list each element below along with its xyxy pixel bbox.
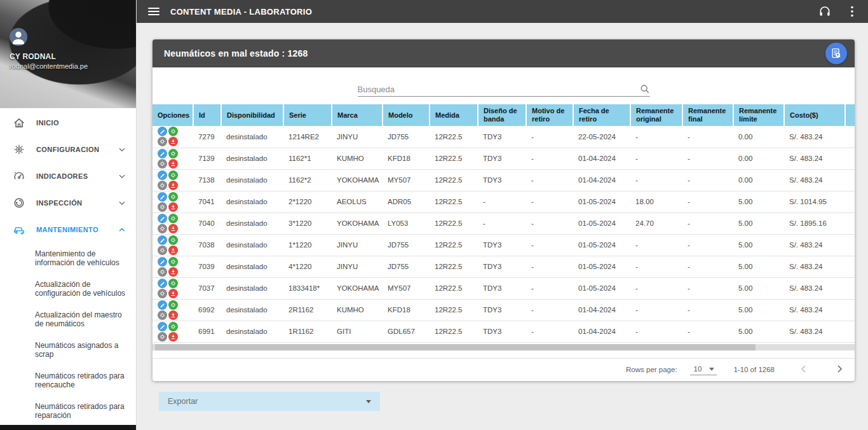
edit-button[interactable] xyxy=(158,127,167,136)
settings-green-button[interactable] xyxy=(168,214,178,223)
cell-serie: 4*1220 xyxy=(283,256,332,277)
settings-gray-button[interactable] xyxy=(158,181,167,190)
settings-green-button[interactable] xyxy=(168,235,178,245)
search-input[interactable] xyxy=(358,85,640,94)
settings-green-button[interactable] xyxy=(168,300,178,310)
cell-remanente_original: - xyxy=(630,169,682,191)
sidebar: CY RODNAL rodnal@contentmedia.pe INICIO … xyxy=(0,0,137,430)
sidebar-subitem-4[interactable]: Neumáticos retirados para reencauche xyxy=(0,365,136,396)
hamburger-menu-icon[interactable] xyxy=(148,8,159,15)
sidebar-item-inspeccion[interactable]: INSPECCIÓN xyxy=(0,190,136,216)
column-header: Fecha de retiro xyxy=(573,104,630,126)
download-icon xyxy=(170,226,176,232)
table-row: 7139desinstalado1162*1KUMHOKFD1812R22.5T… xyxy=(153,148,855,169)
pencil-icon xyxy=(159,194,165,200)
avatar[interactable] xyxy=(10,28,27,46)
settings-green-button[interactable] xyxy=(168,127,178,136)
headphones-icon[interactable] xyxy=(818,5,831,18)
panel-neumaticos: Neumáticos en mal estado : 1268 Opciones… xyxy=(153,39,855,381)
settings-green-button[interactable] xyxy=(168,322,178,331)
download-button[interactable] xyxy=(168,246,178,255)
gauge-icon xyxy=(13,170,25,183)
sidebar-item-configuracion[interactable]: CONFIGURACION xyxy=(0,136,136,163)
edit-button[interactable] xyxy=(158,322,167,331)
pencil-icon xyxy=(159,324,165,329)
edit-button[interactable] xyxy=(158,279,167,288)
edit-button[interactable] xyxy=(158,300,167,310)
settings-gray-button[interactable] xyxy=(158,224,167,233)
download-button[interactable] xyxy=(168,202,178,212)
sidebar-item-mantenimiento[interactable]: MANTENIMIENTO xyxy=(0,216,136,243)
cell-serie: 3*1220 xyxy=(283,212,332,234)
next-page-button[interactable] xyxy=(833,363,846,376)
cell-fecha_retiro: 01-05-2024 xyxy=(573,256,630,277)
settings-gray-button[interactable] xyxy=(158,137,167,146)
export-dropdown[interactable]: Exportar xyxy=(159,392,380,411)
cell-filler xyxy=(845,234,855,256)
settings-gray-button[interactable] xyxy=(158,267,167,277)
download-icon xyxy=(170,183,176,188)
sidebar-subitem-1[interactable]: Actualización de configuración de vehícu… xyxy=(0,274,136,304)
settings-gray-button[interactable] xyxy=(158,289,167,298)
settings-green-button[interactable] xyxy=(168,279,178,288)
sidebar-subitem-0[interactable]: Mantenimiento de información de vehículo… xyxy=(0,243,136,274)
pencil-icon xyxy=(159,302,165,308)
edit-button[interactable] xyxy=(158,214,167,223)
download-button[interactable] xyxy=(168,310,178,320)
edit-button[interactable] xyxy=(158,235,167,245)
chevron-right-icon xyxy=(834,363,845,375)
settings-gray-button[interactable] xyxy=(158,246,167,255)
gear-icon xyxy=(170,194,176,200)
download-button[interactable] xyxy=(168,267,178,277)
scrollbar-thumb[interactable] xyxy=(155,344,756,350)
kebab-menu-icon[interactable] xyxy=(848,5,857,18)
download-button[interactable] xyxy=(168,137,178,146)
row-options xyxy=(153,191,193,212)
column-header: Medida xyxy=(430,104,478,126)
cell-remanente_original: 18.00 xyxy=(630,191,682,212)
settings-gray-button[interactable] xyxy=(158,310,167,320)
document-search-button[interactable] xyxy=(825,43,847,64)
download-button[interactable] xyxy=(168,332,178,342)
gear-icon xyxy=(170,172,176,178)
settings-gray-button[interactable] xyxy=(158,202,167,212)
sidebar-subitem-2[interactable]: Actualización del maestro de neumáticos xyxy=(0,304,136,335)
edit-button[interactable] xyxy=(158,170,167,180)
sidebar-subitem-5[interactable]: Neumáticos retirados para reparación xyxy=(0,396,136,426)
edit-button[interactable] xyxy=(158,149,167,158)
download-button[interactable] xyxy=(168,224,178,233)
table-row: 7039desinstalado4*1220JINYUJD75512R22.5T… xyxy=(153,256,855,277)
search-row xyxy=(153,67,855,104)
cell-serie: 1R1162 xyxy=(283,321,332,342)
sidebar-bottom-strip xyxy=(0,425,136,430)
previous-page-button[interactable] xyxy=(797,363,810,376)
edit-button[interactable] xyxy=(158,257,167,267)
download-button[interactable] xyxy=(168,289,178,298)
cell-marca: YOKOHAMA xyxy=(332,277,383,299)
column-header: Remanente límite xyxy=(733,104,784,126)
cell-fecha_retiro: 01-05-2024 xyxy=(573,212,630,234)
chevron-down-icon xyxy=(117,144,127,155)
settings-green-button[interactable] xyxy=(168,257,178,267)
settings-gray-button[interactable] xyxy=(158,159,167,169)
download-button[interactable] xyxy=(168,181,178,190)
cell-motivo_retiro: - xyxy=(526,277,573,299)
cell-id: 7139 xyxy=(193,148,221,169)
cell-remanente_limite: 5.00 xyxy=(733,277,784,299)
sidebar-item-indicadores[interactable]: INDICADORES xyxy=(0,163,136,190)
table-row: 7279desinstalado1214RE2JINYUJD75512R22.5… xyxy=(153,126,855,148)
search-icon[interactable] xyxy=(640,84,650,94)
sidebar-subitem-3[interactable]: Neumáticos asignados a scrap xyxy=(0,335,136,365)
settings-green-button[interactable] xyxy=(168,149,178,158)
sidebar-item-inicio[interactable]: INICIO xyxy=(0,109,136,136)
settings-green-button[interactable] xyxy=(168,170,178,180)
cell-fecha_retiro: 01-05-2024 xyxy=(573,234,630,256)
gear-icon xyxy=(170,216,176,221)
edit-button[interactable] xyxy=(158,192,167,202)
horizontal-scrollbar[interactable] xyxy=(153,344,855,350)
cell-filler xyxy=(845,212,855,234)
download-button[interactable] xyxy=(168,159,178,169)
settings-gray-button[interactable] xyxy=(158,332,167,342)
settings-green-button[interactable] xyxy=(168,192,178,202)
rows-per-page-select[interactable]: 10 xyxy=(690,364,717,375)
